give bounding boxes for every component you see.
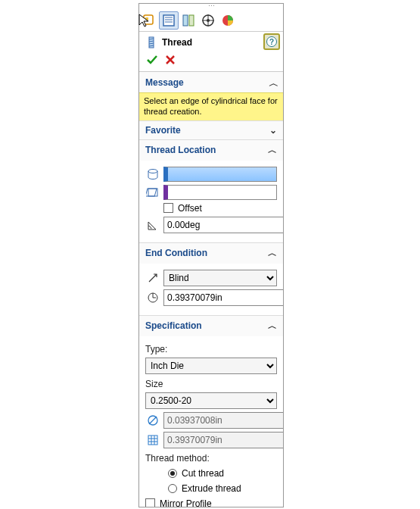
pitch-input	[163, 432, 283, 448]
end-condition-select[interactable]: Blind	[163, 270, 277, 286]
svg-point-20	[148, 169, 157, 173]
property-panel: ⋯ Thread ?	[138, 3, 284, 507]
spec-type-select[interactable]: Inch Die	[145, 358, 277, 374]
depth-icon	[145, 290, 160, 305]
chevron-up-icon: 〈	[266, 78, 279, 87]
section-head-message[interactable]: Message 〈	[139, 72, 283, 92]
display-manager-tab[interactable]	[218, 11, 238, 30]
edge-selection-box[interactable]	[163, 167, 277, 182]
help-icon: ?	[266, 36, 277, 47]
spec-size-select[interactable]: 0.2500-20	[145, 392, 277, 409]
svg-rect-6	[183, 15, 188, 26]
angle-icon	[145, 217, 160, 233]
depth-input[interactable]	[163, 289, 283, 306]
section-message: Message 〈 Select an edge of cylindrical …	[139, 72, 283, 121]
size-label: Size	[145, 379, 277, 389]
property-scroll[interactable]: Message 〈 Select an edge of cylindrical …	[139, 72, 283, 507]
section-end-condition: End Condition ︿ Blind	[139, 243, 283, 316]
section-head-favorite[interactable]: Favorite ⌄	[139, 121, 283, 139]
offset-checkbox[interactable]	[163, 203, 173, 213]
section-thread-location: Thread Location ︿ Of	[139, 140, 283, 243]
svg-rect-1	[145, 17, 148, 20]
svg-rect-7	[189, 15, 194, 26]
property-manager-tab[interactable]	[159, 11, 179, 30]
svg-rect-2	[163, 15, 174, 26]
help-button[interactable]: ?	[263, 33, 280, 50]
configuration-manager-tab[interactable]	[179, 11, 198, 30]
extrude-thread-radio[interactable]	[168, 484, 177, 493]
start-location-icon	[145, 185, 160, 200]
diameter-icon	[145, 413, 160, 428]
chevron-up-icon: ︿	[268, 144, 277, 157]
svg-line-25	[149, 417, 157, 424]
extrude-thread-radio-row[interactable]: Extrude thread	[168, 483, 277, 494]
section-specification: Specification ︿ Type: Inch Die Size 0.25…	[139, 316, 283, 507]
feature-title: Thread	[162, 37, 278, 48]
confirm-row	[139, 52, 283, 72]
offset-label: Offset	[178, 203, 202, 214]
thread-feature-icon	[144, 35, 159, 50]
section-head-spec[interactable]: Specification ︿	[139, 316, 283, 336]
chevron-down-icon: ⌄	[269, 125, 277, 136]
svg-rect-22	[146, 189, 157, 196]
diameter-input	[163, 412, 283, 429]
method-label: Thread method:	[145, 453, 277, 464]
feature-header: Thread ?	[139, 32, 283, 52]
start-angle-input[interactable]	[163, 217, 283, 233]
type-label: Type:	[145, 344, 277, 354]
section-favorite: Favorite ⌄	[139, 121, 283, 140]
start-selection-box[interactable]	[163, 185, 277, 200]
section-head-endcond[interactable]: End Condition ︿	[139, 243, 283, 264]
chevron-up-icon: ︿	[268, 320, 277, 333]
svg-rect-26	[148, 436, 157, 445]
pitch-icon	[145, 432, 160, 448]
panel-toolbar	[139, 10, 283, 32]
mirror-checkbox[interactable]	[145, 498, 155, 507]
cancel-button[interactable]	[163, 53, 177, 67]
cylinder-edge-icon	[145, 167, 160, 182]
cut-thread-radio-row[interactable]: Cut thread	[168, 468, 277, 479]
message-text: Select an edge of cylindrical face for t…	[139, 92, 283, 120]
cut-thread-radio[interactable]	[168, 469, 177, 478]
feature-manager-tab[interactable]	[139, 11, 159, 30]
chevron-up-icon: ︿	[268, 247, 277, 260]
drag-handle[interactable]: ⋯	[139, 4, 283, 10]
offset-checkbox-row[interactable]: Offset	[163, 203, 277, 214]
reverse-direction-icon[interactable]	[145, 270, 160, 286]
section-head-location[interactable]: Thread Location ︿	[139, 140, 283, 161]
mirror-checkbox-row[interactable]: Mirror Profile	[145, 498, 277, 507]
dimxpert-tab[interactable]	[198, 11, 218, 30]
ok-button[interactable]	[145, 53, 159, 67]
